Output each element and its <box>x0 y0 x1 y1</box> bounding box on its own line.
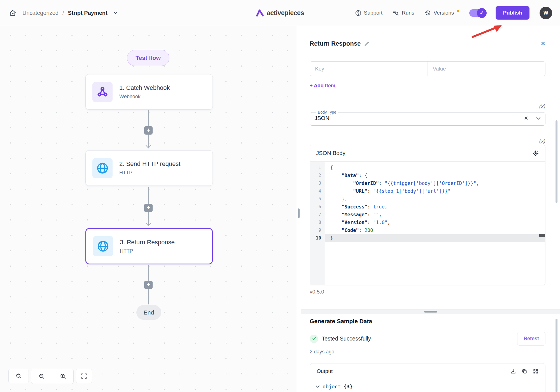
step-title: 3. Return Response <box>120 239 175 246</box>
zoom-reset-button[interactable] <box>8 369 29 383</box>
code-line: 2 "Data": { <box>310 172 545 179</box>
runs-button[interactable]: Runs <box>393 10 414 16</box>
code-line: 6 "Success": true, <box>310 203 545 211</box>
panel-resize-handle[interactable] <box>298 208 300 218</box>
flow-end-node: End <box>136 305 161 320</box>
fit-view-button[interactable] <box>76 369 92 383</box>
code-line: 1{ <box>310 164 545 172</box>
add-step-button-1[interactable]: + <box>144 126 153 135</box>
breadcrumb-separator: / <box>62 10 64 16</box>
download-icon[interactable] <box>510 368 516 374</box>
support-button[interactable]: Support <box>355 10 383 16</box>
json-code-editor[interactable]: 1{2 "Data": {3 "OrderID": "{{trigger['bo… <box>310 162 545 285</box>
step-subtitle: HTTP <box>120 248 175 254</box>
dropdown-caret-icon[interactable] <box>536 117 541 120</box>
output-label: Output <box>317 368 333 374</box>
panel-scrollbar-thumb[interactable] <box>556 120 557 203</box>
add-item-link[interactable]: + Add Item <box>310 83 335 89</box>
ai-sparkle-icon[interactable] <box>532 150 539 157</box>
clear-selection-button[interactable]: ✕ <box>521 115 531 121</box>
breadcrumb-flow-name[interactable]: Stript Payment <box>68 10 108 16</box>
success-check-icon <box>310 335 318 343</box>
versions-label: Versions <box>434 10 454 16</box>
support-label: Support <box>364 10 383 16</box>
key-input[interactable] <box>310 62 428 76</box>
tree-node-count: {3} <box>344 384 353 389</box>
panel-title: Return Response <box>310 40 361 47</box>
add-step-button-2[interactable]: + <box>144 204 153 212</box>
globe-icon <box>93 236 113 256</box>
connector-arrowhead-icon <box>145 222 151 226</box>
step-card-return-response[interactable]: 3. Return Response HTTP <box>85 228 213 264</box>
zoom-in-button[interactable] <box>52 369 73 384</box>
runs-label: Runs <box>402 10 414 16</box>
retest-button[interactable]: Retest <box>517 332 545 346</box>
chevron-down-icon[interactable] <box>113 10 118 15</box>
connector-arrowhead-icon <box>145 145 151 149</box>
headers-key-value-row <box>310 61 545 76</box>
sample-data-title: Generate Sample Data <box>310 318 545 325</box>
top-navbar: Uncategorized / Stript Payment activepie… <box>0 0 560 26</box>
chevron-down-icon <box>316 385 320 388</box>
generate-sample-data-section: Generate Sample Data Tested Successfully… <box>301 314 560 392</box>
step-card-send-http[interactable]: 2. Send HTTP request HTTP <box>85 150 213 186</box>
code-line: 9 "Code": 200 <box>310 226 545 234</box>
code-line: 5 }, <box>310 195 545 203</box>
versions-unpublished-dot <box>457 10 459 12</box>
webhook-icon <box>92 82 113 102</box>
expand-icon[interactable] <box>533 368 538 374</box>
breadcrumb-category[interactable]: Uncategorized <box>22 10 59 16</box>
output-tree-root[interactable]: object {3} <box>310 379 545 392</box>
activepieces-logo-icon <box>256 9 264 17</box>
step-title: 1. Catch Webhook <box>119 84 170 91</box>
copy-icon[interactable] <box>522 368 527 374</box>
step-subtitle: HTTP <box>119 170 181 176</box>
code-line: 8 "Version": "1.0", <box>310 219 545 226</box>
zoom-out-button[interactable] <box>31 369 52 384</box>
divider-drag-handle[interactable] <box>424 311 437 313</box>
code-line: 4 "URL": "{{step_1['body']['url']}}" <box>310 187 545 195</box>
globe-icon <box>92 158 113 178</box>
piece-version-label: v0.5.0 <box>310 289 545 295</box>
breadcrumb: Uncategorized / Stript Payment <box>17 10 118 16</box>
body-type-value: JSON <box>314 115 329 121</box>
tested-status-label: Tested Successfully <box>322 335 371 342</box>
home-button[interactable] <box>8 8 17 18</box>
version-history-icon <box>424 10 431 16</box>
canvas-controls <box>8 369 92 384</box>
panel-section-divider <box>301 309 560 314</box>
brand-logo: activepieces <box>256 9 304 17</box>
dynamic-value-fx-button[interactable]: (x) <box>310 103 545 109</box>
flow-enabled-toggle[interactable]: ✓ <box>469 9 486 17</box>
panel-resize-gutter[interactable] <box>297 26 301 392</box>
flow-canvas[interactable]: Test flow 1. Catch Webhook Webhook + <box>0 26 297 392</box>
output-card: Output object <box>310 363 545 392</box>
brand-name: activepieces <box>267 9 304 17</box>
return-response-settings: Return Response ✕ + Add Item (x) Body Ty… <box>301 26 560 309</box>
runs-list-search-icon <box>393 10 399 16</box>
step-settings-panel: Return Response ✕ + Add Item (x) Body Ty… <box>301 26 560 392</box>
help-icon <box>355 10 361 16</box>
edit-pencil-icon[interactable] <box>364 41 370 46</box>
step-card-catch-webhook[interactable]: 1. Catch Webhook Webhook <box>85 74 213 110</box>
home-icon <box>9 10 16 17</box>
code-line: 7 "Message": "", <box>310 211 545 219</box>
versions-button[interactable]: Versions <box>424 10 454 16</box>
panel-scrollbar-thumb[interactable] <box>556 319 557 392</box>
value-input[interactable] <box>428 62 545 76</box>
user-avatar[interactable]: W <box>540 7 552 19</box>
code-lines: 1{2 "Data": {3 "OrderID": "{{trigger['bo… <box>310 162 545 242</box>
body-type-label: Body Type <box>316 110 338 114</box>
dynamic-value-fx-button[interactable]: (x) <box>310 138 545 144</box>
step-subtitle: Webhook <box>119 94 170 100</box>
test-flow-button[interactable]: Test flow <box>127 50 169 66</box>
json-body-editor-card: JSON Body 1{2 "Data": {3 "OrderID": "{{t… <box>310 145 545 285</box>
editor-scrollbar-thumb[interactable] <box>539 234 545 237</box>
json-body-label: JSON Body <box>316 150 345 156</box>
add-step-button-3[interactable]: + <box>144 281 153 289</box>
body-type-select[interactable]: Body Type JSON ✕ <box>310 110 545 126</box>
code-line: 10} <box>310 234 545 242</box>
publish-button[interactable]: Publish <box>496 6 529 20</box>
last-tested-time: 2 days ago <box>310 349 545 355</box>
close-panel-button[interactable]: ✕ <box>540 40 545 47</box>
